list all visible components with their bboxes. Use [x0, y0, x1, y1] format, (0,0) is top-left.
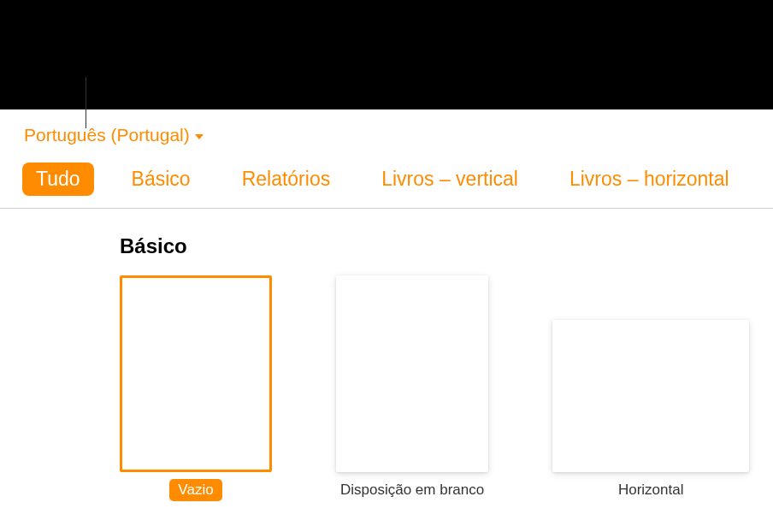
tab-livros-vertical[interactable]: Livros – vertical	[368, 163, 532, 196]
top-black-region	[0, 0, 773, 109]
template-vazio[interactable]: Vazio	[120, 275, 272, 501]
template-horizontal[interactable]: Horizontal	[552, 320, 749, 501]
language-selected-label: Português (Portugal)	[24, 125, 190, 145]
callout-indicator-line	[86, 77, 86, 128]
template-label-horizontal: Horizontal	[610, 479, 693, 501]
template-thumb-vazio	[120, 275, 272, 472]
template-disposicao-em-branco[interactable]: Disposição em branco	[332, 275, 493, 501]
template-row: Vazio Disposição em branco Horizontal	[120, 275, 773, 501]
tab-cartas[interactable]: Car	[767, 163, 773, 196]
tab-relatorios[interactable]: Relatórios	[228, 163, 345, 196]
template-thumb-disposicao	[336, 275, 488, 472]
language-selector[interactable]: Português (Portugal)	[0, 109, 204, 145]
template-label-vazio: Vazio	[169, 479, 221, 501]
section-title: Básico	[120, 234, 773, 258]
chevron-down-icon	[195, 134, 204, 139]
tab-tudo[interactable]: Tudo	[22, 163, 94, 196]
tab-livros-horizontal[interactable]: Livros – horizontal	[556, 163, 743, 196]
category-tabs: Tudo Básico Relatórios Livros – vertical…	[0, 145, 773, 209]
template-label-disposicao: Disposição em branco	[332, 479, 493, 501]
tab-basico[interactable]: Básico	[118, 163, 204, 196]
templates-content-area: Básico Vazio Disposição em branco Horizo…	[0, 209, 773, 501]
template-thumb-horizontal	[552, 320, 749, 472]
template-chooser-panel: Português (Portugal) Tudo Básico Relatór…	[0, 109, 773, 532]
